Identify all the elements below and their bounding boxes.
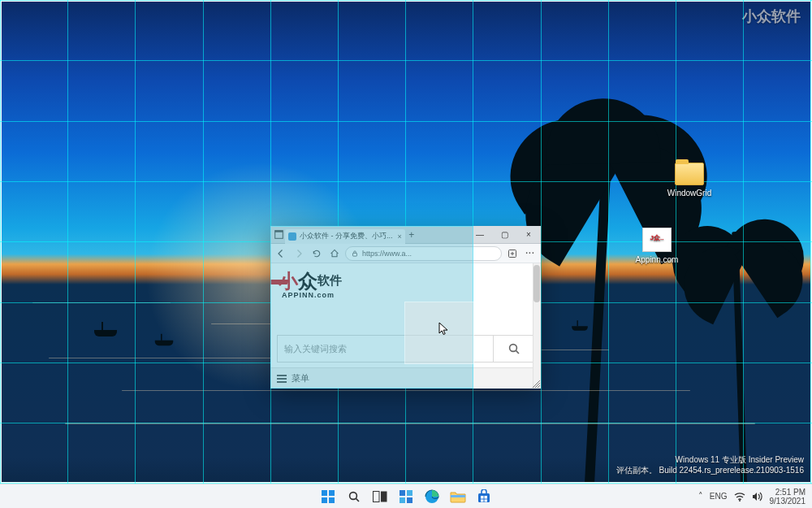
favicon-icon (288, 232, 296, 241)
taskbar-clock[interactable]: 2:51 PM 9/13/2021 (770, 488, 806, 506)
svg-point-23 (739, 500, 741, 501)
home-icon[interactable] (327, 246, 342, 261)
taskbar-app-explorer[interactable] (447, 486, 469, 507)
palm-tree-small (732, 232, 747, 484)
svg-rect-20 (485, 496, 488, 499)
desktop-icon-label: Appinn.com (630, 255, 684, 264)
taskbar-app-store[interactable] (473, 486, 495, 507)
svg-rect-22 (485, 499, 488, 501)
boat (155, 341, 173, 345)
tray-volume-icon[interactable] (752, 492, 763, 501)
boat (94, 330, 117, 336)
site-logo-sub: APPINN.com (282, 291, 335, 299)
os-watermark: Windows 11 专业版 Insider Preview 评估副本。 Bui… (616, 454, 804, 475)
palm-tree (585, 134, 612, 484)
browser-window[interactable]: 小众软件 - 分享免费、小巧... × + — ▢ × (270, 226, 541, 389)
svg-rect-2 (353, 253, 357, 256)
tray-network-icon[interactable] (734, 492, 745, 501)
collections-icon[interactable] (505, 246, 520, 261)
desktop-folder-windowgrid[interactable]: WindowGrid (663, 163, 716, 198)
desktop-icon-label: WindowGrid (663, 189, 716, 198)
svg-rect-7 (322, 497, 327, 503)
forward-icon[interactable] (292, 246, 306, 261)
menu-icon[interactable]: ··· (523, 246, 538, 261)
svg-rect-19 (481, 496, 484, 499)
svg-rect-10 (374, 491, 380, 501)
svg-point-9 (350, 492, 357, 499)
svg-rect-6 (329, 490, 335, 496)
page-content: 小众软件 APPINN.com 输入关键词搜索 菜单 (270, 263, 541, 389)
back-icon[interactable] (274, 246, 288, 261)
svg-rect-12 (400, 490, 405, 496)
boat (572, 326, 588, 331)
browser-tab[interactable]: 小众软件 - 分享免费、小巧... × (285, 229, 405, 244)
clock-date: 9/13/2021 (770, 497, 806, 506)
new-tab-button[interactable]: + (405, 228, 418, 241)
svg-rect-18 (478, 493, 490, 502)
svg-rect-11 (381, 491, 387, 501)
hamburger-icon (277, 375, 287, 383)
svg-rect-5 (322, 490, 327, 496)
maximize-button[interactable]: ▢ (492, 226, 516, 244)
tab-title: 小众软件 - 分享免费、小巧... (300, 231, 393, 241)
search-input[interactable]: 输入关键词搜索 (278, 343, 493, 355)
resize-handle-icon[interactable] (532, 380, 540, 388)
minimize-button[interactable]: — (468, 226, 492, 244)
svg-point-4 (509, 345, 516, 352)
desktop[interactable]: 小众软件 WindowGrid J众.. Appinn.com 小众软件 - 分… (0, 0, 812, 508)
system-tray[interactable]: ˄ ENG 2:51 PM 9/13/2021 (692, 488, 812, 506)
menu-label: 菜单 (292, 372, 309, 384)
svg-rect-15 (407, 497, 412, 503)
url-field[interactable]: https://www.a... (345, 246, 502, 261)
scrollbar-thumb[interactable] (533, 265, 540, 302)
tab-actions-icon[interactable] (272, 228, 285, 241)
site-menu-bar[interactable]: 菜单 (270, 367, 541, 389)
task-view-button[interactable] (369, 486, 391, 507)
folder-icon (675, 163, 704, 185)
svg-rect-1 (274, 231, 283, 232)
svg-rect-14 (400, 497, 405, 503)
file-icon: J众.. (642, 228, 672, 252)
tab-close-icon[interactable]: × (398, 232, 402, 241)
svg-rect-21 (481, 499, 484, 501)
refresh-icon[interactable] (309, 246, 324, 261)
clock-time: 2:51 PM (770, 488, 806, 497)
svg-rect-13 (407, 490, 412, 496)
scrollbar[interactable] (533, 263, 541, 389)
taskbar[interactable]: ˄ ENG 2:51 PM 9/13/2021 (0, 484, 812, 508)
svg-rect-17 (451, 495, 465, 497)
desktop-file-appinn[interactable]: J众.. Appinn.com (630, 228, 684, 264)
address-bar: https://www.a... ··· (270, 244, 541, 263)
svg-rect-8 (329, 497, 335, 503)
taskbar-app-edge[interactable] (421, 486, 443, 507)
photo-watermark: 小众软件 (742, 7, 801, 26)
tray-language[interactable]: ENG (710, 492, 728, 501)
taskbar-center (317, 486, 495, 507)
widgets-button[interactable] (395, 486, 417, 507)
site-search: 输入关键词搜索 (277, 335, 534, 363)
search-icon (508, 342, 520, 355)
titlebar[interactable]: 小众软件 - 分享免费、小巧... × + — ▢ × (270, 226, 541, 244)
close-button[interactable]: × (516, 226, 541, 244)
tray-chevron-icon[interactable]: ˄ (698, 491, 703, 501)
url-text: https://www.a... (362, 250, 412, 258)
start-button[interactable] (317, 486, 339, 507)
search-button[interactable] (343, 486, 365, 507)
search-button[interactable] (493, 336, 533, 362)
